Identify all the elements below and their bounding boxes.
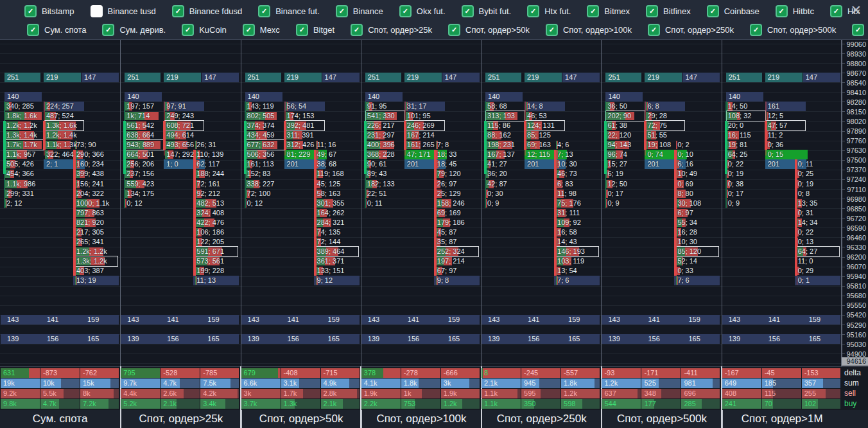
summary-value: 945 — [521, 379, 535, 387]
column-title: Спот, ордер>50k — [241, 410, 361, 428]
cell-text: 156 — [167, 334, 178, 344]
toggle-сум-дерив-[interactable]: ✓Сум. дерив. — [102, 24, 166, 36]
checkbox-icon[interactable]: ✓ — [750, 24, 762, 36]
cell-text: 392; 481 — [286, 121, 315, 129]
toggle-сум-спота[interactable]: ✓Сум. спота — [27, 24, 86, 36]
cell-text: 0; 11 — [797, 160, 813, 168]
summary-buy-cell: 102 — [802, 399, 840, 409]
checkbox-icon[interactable] — [91, 5, 103, 17]
cell-text: 159 — [688, 315, 700, 325]
column-separator — [722, 40, 722, 366]
cluster-cell: 64; 25 — [727, 150, 765, 159]
checkbox-icon[interactable]: ✓ — [462, 5, 474, 17]
toggle-binance-fdusd[interactable]: ✓Binance fdusd — [172, 5, 242, 17]
toggle-label: Binance fdusd — [189, 6, 242, 16]
toggle-bitfinex[interactable]: ✓Bitfinex — [646, 5, 691, 17]
checkbox-icon[interactable]: ✓ — [27, 24, 39, 36]
summary-value: 357 — [802, 379, 816, 387]
toggle-bitget[interactable]: ✓Bitget — [296, 24, 334, 36]
axis-tick — [842, 305, 845, 306]
checkbox-icon[interactable]: ✓ — [587, 5, 599, 17]
checkbox-icon[interactable]: ✓ — [351, 24, 363, 36]
cluster-cell: 14; 8 — [526, 102, 564, 111]
cell-text: 368; 228 — [366, 150, 395, 158]
toggle-спот-ордер-500k[interactable]: ✓Спот, ордер>500k — [750, 24, 836, 36]
cluster-cell: 79; 120 — [436, 169, 478, 179]
checkbox-icon[interactable]: ✓ — [707, 5, 719, 17]
checkbox-icon[interactable]: ✓ — [776, 5, 788, 17]
cluster-column: 251219147140143141159139156165340; 2851.… — [0, 40, 120, 366]
summary-value: -762 — [80, 369, 97, 377]
cluster-cell: 14; 43 — [556, 237, 598, 247]
toggle-спот-ордер-50k[interactable]: ✓Спот, ордер>50k — [448, 24, 530, 36]
cell-text: 16; 115 — [727, 131, 751, 139]
column-title: Спот, ордер>100k — [361, 410, 481, 428]
checkbox-icon[interactable]: ✓ — [182, 24, 194, 36]
cell-text: 110; 139 — [195, 150, 223, 158]
cluster-cell: 10; 30 — [556, 159, 598, 169]
cell-text: 159 — [207, 315, 219, 325]
cluster-cell: 42; 87 — [486, 179, 525, 189]
cell-text: 26; 97 — [436, 180, 457, 188]
toggle-bybit-fut-[interactable]: ✓Bybit fut. — [462, 5, 512, 17]
checkbox-icon[interactable]: ✓ — [830, 5, 842, 17]
cell-text: 18; 33 — [436, 150, 457, 158]
toggle-binance-fut-[interactable]: ✓Binance fut. — [258, 5, 320, 17]
cluster-cell: 13; 54 — [556, 266, 598, 276]
chart-area[interactable]: 251219147140143141159139156165340; 2851.… — [0, 40, 842, 366]
cluster-cell: 361; 371 — [316, 256, 358, 266]
toggle-спот-ордер-250k[interactable]: ✓Спот, ордер>250k — [648, 24, 734, 36]
cluster-cell: 167; 137 — [486, 150, 525, 159]
checkbox-icon[interactable]: ✓ — [648, 24, 660, 36]
checkbox-icon[interactable]: ✓ — [852, 24, 864, 36]
cell-text: 141 — [47, 315, 58, 325]
toggle-htx-fut-[interactable]: ✓Htx fut. — [527, 5, 571, 17]
toggle-coinbase[interactable]: ✓Coinbase — [707, 5, 759, 17]
cell-text: 156 — [528, 334, 539, 344]
cell-text: 139 — [488, 334, 499, 344]
toggle-спот-ордер-100k[interactable]: ✓Спот, ордер>100k — [546, 24, 632, 36]
checkbox-icon[interactable]: ✓ — [102, 24, 114, 36]
toggle-okx-fut-[interactable]: ✓Okx fut. — [399, 5, 446, 17]
checkbox-icon[interactable]: ✓ — [296, 24, 308, 36]
checkbox-icon[interactable]: ✓ — [172, 5, 184, 17]
toggle-kucoin[interactable]: ✓KuCoin — [182, 24, 227, 36]
cell-text: 97; 91 — [165, 102, 186, 110]
toggle-спот-ордер-1m[interactable]: ✓Спот, ордер>1M — [852, 24, 868, 36]
toggle-спот-ордер-25k[interactable]: ✓Спот, ордер>25k — [351, 24, 432, 36]
toggle-mexc[interactable]: ✓Mexc — [243, 24, 280, 36]
cluster-cell: 0; 31 — [797, 208, 839, 218]
checkbox-icon[interactable]: ✓ — [448, 24, 460, 36]
axis-tick — [842, 218, 845, 218]
toggle-binance[interactable]: ✓Binance — [336, 5, 383, 17]
toggle-bitstamp[interactable]: ✓Bitstamp — [24, 5, 74, 17]
row-band: 140 — [4, 92, 42, 102]
cell-text: 31; 17 — [406, 102, 427, 110]
toggle-hitbtc[interactable]: ✓Hitbtc — [776, 5, 814, 17]
summary-value: 981 — [681, 379, 695, 387]
cell-text: 188; 244 — [195, 170, 224, 177]
cell-text: 8; 80 — [676, 190, 693, 197]
checkbox-icon[interactable]: ✓ — [546, 24, 558, 36]
toggle-bitmex[interactable]: ✓Bitmex — [587, 5, 630, 17]
cluster-cell: 6; 83 — [556, 179, 598, 189]
cell-text: 322; 464 — [45, 150, 74, 158]
cluster-cell: 249; 243 — [165, 111, 204, 121]
checkbox-icon[interactable]: ✓ — [646, 5, 658, 17]
cell-text: 146; 193 — [556, 247, 585, 255]
cell-text: 72; 100 — [246, 190, 271, 197]
cell-text: 0; 22 — [797, 228, 813, 236]
close-icon[interactable]: ✕ — [850, 3, 862, 17]
checkbox-icon[interactable]: ✓ — [24, 5, 37, 17]
toggle-binance-tusd[interactable]: Binance tusd — [91, 5, 156, 17]
cell-text: 16; 28 — [676, 228, 697, 236]
checkbox-icon[interactable]: ✓ — [258, 5, 270, 17]
checkbox-icon[interactable]: ✓ — [336, 5, 348, 17]
cell-text: 140 — [368, 92, 379, 102]
price-label: 97630 — [842, 147, 866, 154]
checkbox-icon[interactable]: ✓ — [243, 24, 255, 36]
checkbox-icon[interactable]: ✓ — [399, 5, 412, 17]
cell-text: 79; 120 — [436, 170, 461, 177]
cluster-cell: 47; 57 — [767, 121, 805, 130]
checkbox-icon[interactable]: ✓ — [527, 5, 539, 17]
